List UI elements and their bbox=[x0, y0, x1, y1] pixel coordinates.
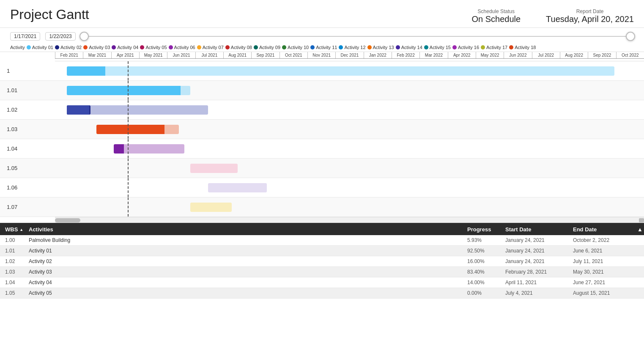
col-header-start[interactable]: Start Date bbox=[502, 226, 570, 233]
gantt-bar[interactable] bbox=[190, 203, 232, 212]
schedule-status-label: Schedule Status bbox=[471, 8, 521, 14]
cell-start: January 24, 2021 bbox=[502, 258, 570, 264]
gantt-bar[interactable] bbox=[67, 86, 191, 95]
row-label: 1.07 bbox=[0, 204, 55, 210]
cell-progress: 16.00% bbox=[464, 258, 502, 264]
legend-label-act06: Activity 06 bbox=[174, 45, 195, 50]
scroll-arrow-up[interactable]: ▲ bbox=[637, 226, 644, 233]
row-bars bbox=[55, 120, 644, 139]
bar-empty bbox=[105, 66, 615, 76]
table-row: 1.05 bbox=[0, 159, 644, 178]
timeline-month: Sep 2022 bbox=[588, 52, 616, 58]
table-row: 1.07 bbox=[0, 197, 644, 217]
slider-thumb-left[interactable] bbox=[79, 32, 89, 41]
legend-dot-act18 bbox=[509, 45, 513, 49]
gantt-bar[interactable] bbox=[67, 66, 614, 76]
gantt-bar[interactable] bbox=[208, 183, 267, 192]
row-label: 1.02 bbox=[0, 107, 55, 113]
table-row: 1.05 Activity 05 0.00% July 4, 2021 Augu… bbox=[0, 288, 644, 299]
row-bars bbox=[55, 178, 644, 197]
table-row: 1.00 Palmolive Building 5.93% January 24… bbox=[0, 235, 644, 246]
row-scroll-space bbox=[637, 248, 644, 254]
row-scroll-space bbox=[637, 290, 644, 296]
row-bars bbox=[55, 61, 644, 80]
table-row: 1.02 bbox=[0, 100, 644, 120]
legend-label-act18: Activity 18 bbox=[515, 45, 536, 50]
legend-item-act13: Activity 13 bbox=[367, 45, 394, 50]
cell-start: April 11, 2021 bbox=[502, 280, 570, 285]
data-table: WBS ▲ Activities Progress Start Date End… bbox=[0, 223, 644, 299]
legend-item-act14: Activity 14 bbox=[396, 45, 422, 50]
cell-wbs: 1.02 bbox=[0, 258, 25, 264]
col-header-activities[interactable]: Activities bbox=[25, 226, 464, 233]
row-label: 1 bbox=[0, 68, 55, 74]
cell-wbs: 1.05 bbox=[0, 290, 25, 296]
legend-dot-act08 bbox=[225, 45, 230, 49]
row-bars bbox=[55, 159, 644, 178]
legend-item-act12: Activity 12 bbox=[339, 45, 365, 50]
gantt-bar[interactable] bbox=[190, 164, 237, 173]
legend: ActivityActivity 01Activity 02Activity 0… bbox=[0, 43, 644, 52]
gantt-bar[interactable] bbox=[67, 105, 208, 115]
legend-label-act14: Activity 14 bbox=[401, 45, 422, 50]
slider-track bbox=[84, 36, 630, 37]
table-row: 1.06 bbox=[0, 178, 644, 197]
timeline-month: Mar 2022 bbox=[419, 52, 447, 58]
timeline-month: May 2021 bbox=[139, 52, 167, 58]
cell-activity: Activity 01 bbox=[25, 248, 464, 254]
date-slider[interactable] bbox=[84, 31, 630, 41]
timeline-month: May 2022 bbox=[476, 52, 504, 58]
cell-wbs: 1.00 bbox=[0, 237, 25, 243]
col-header-progress[interactable]: Progress bbox=[464, 226, 502, 233]
row-label: 1.01 bbox=[0, 87, 55, 93]
header: Project Gantt Schedule Status On Schedul… bbox=[0, 0, 644, 28]
gantt-scrollbar[interactable] bbox=[55, 217, 644, 223]
scrollbar-thumb-left[interactable] bbox=[55, 218, 80, 222]
cell-end: July 11, 2021 bbox=[570, 258, 637, 264]
bar-filled bbox=[67, 66, 105, 76]
timeline-month: Aug 2022 bbox=[560, 52, 588, 58]
cell-end: October 2, 2022 bbox=[570, 237, 637, 243]
page-container: Project Gantt Schedule Status On Schedul… bbox=[0, 0, 644, 299]
bar-empty bbox=[164, 125, 178, 134]
header-meta: Schedule Status On Schedule Report Date … bbox=[471, 8, 634, 24]
scrollbar-thumb-right[interactable] bbox=[639, 218, 644, 222]
legend-item-act02: Activity 02 bbox=[55, 45, 82, 50]
gantt-bar[interactable] bbox=[96, 125, 179, 134]
gantt-bar[interactable] bbox=[114, 144, 184, 154]
report-date-label: Report Date bbox=[546, 8, 634, 14]
date-end-pill[interactable]: 1/22/2023 bbox=[45, 32, 75, 41]
cell-activity: Palmolive Building bbox=[25, 237, 464, 243]
row-label: 1.05 bbox=[0, 165, 55, 171]
timeline-month: Sep 2021 bbox=[251, 52, 279, 58]
cell-start: January 24, 2021 bbox=[502, 248, 570, 254]
table-row: 1.01 Activity 01 92.50% January 24, 2021… bbox=[0, 246, 644, 256]
date-start-pill[interactable]: 1/17/2021 bbox=[10, 32, 40, 41]
schedule-status: Schedule Status On Schedule bbox=[471, 8, 521, 24]
today-line bbox=[128, 159, 129, 178]
row-bars bbox=[55, 81, 644, 100]
legend-label-act08: Activity 08 bbox=[231, 45, 252, 50]
cell-wbs: 1.01 bbox=[0, 248, 25, 254]
bar-empty bbox=[89, 105, 208, 115]
legend-item-act11: Activity 11 bbox=[310, 45, 337, 50]
bar-filled bbox=[67, 105, 89, 115]
bar-filled bbox=[67, 86, 181, 95]
row-bars bbox=[55, 139, 644, 158]
bar-empty bbox=[190, 164, 237, 173]
today-line bbox=[128, 197, 129, 217]
legend-item-act16: Activity 16 bbox=[452, 45, 479, 50]
legend-label-act13: Activity 13 bbox=[373, 45, 394, 50]
col-header-end[interactable]: End Date bbox=[570, 226, 637, 233]
legend-item-act07: Activity 07 bbox=[197, 45, 224, 50]
sort-icon: ▲ bbox=[19, 228, 23, 232]
row-scroll-space bbox=[637, 269, 644, 275]
slider-thumb-right[interactable] bbox=[626, 32, 635, 41]
row-scroll-space bbox=[637, 280, 644, 285]
bar-empty bbox=[124, 144, 185, 154]
legend-item-act06: Activity 06 bbox=[169, 45, 195, 50]
bar-empty bbox=[190, 203, 232, 212]
cell-activity: Activity 02 bbox=[25, 258, 464, 264]
table-header: WBS ▲ Activities Progress Start Date End… bbox=[0, 224, 644, 235]
col-header-wbs[interactable]: WBS ▲ bbox=[0, 226, 25, 233]
